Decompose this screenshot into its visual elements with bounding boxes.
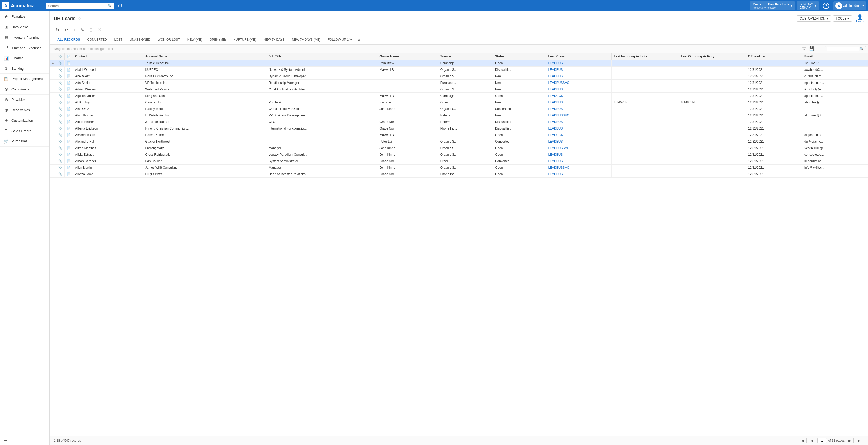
row-doc-icon[interactable]: 📄 [65,112,73,119]
lead-class-link[interactable]: LEADBUS [548,140,563,143]
row-lead-class[interactable]: LEADBUS [546,151,612,158]
row-lead-class[interactable]: LEADBUS [546,139,612,145]
row-clip-icon[interactable]: 📎 [56,171,65,178]
tab-new-me[interactable]: NEW (ME) [184,36,206,44]
row-lead-class[interactable]: LEADBUS [546,106,612,112]
app-logo[interactable]: A Acumatica [2,2,44,9]
filter-icon-btn[interactable]: ▽ [802,46,807,52]
filter-search-box[interactable]: 🔍 [825,46,866,52]
row-lead-class[interactable]: LEADBUS [546,158,612,165]
sidebar-item-banking[interactable]: $ Banking [0,63,49,73]
lead-class-link[interactable]: LEADBUS [548,127,563,130]
row-lead-class[interactable]: LEADBUS [546,67,612,73]
row-doc-icon[interactable]: 📄 [65,165,73,171]
row-doc-icon[interactable]: 📄 [65,93,73,99]
lead-class-link[interactable]: LEADBUS [548,172,563,176]
tab-converted[interactable]: CONVERTED [84,36,111,44]
lead-class-link[interactable]: LEADBUSSVC [548,81,569,85]
tab-new-7-days[interactable]: NEW 7+ DAYS [260,36,288,44]
row-doc-icon[interactable]: 📄 [65,99,73,106]
leads-quick-access[interactable]: 👤 Leads [856,14,864,23]
row-doc-icon[interactable]: 📄 [65,125,73,132]
row-doc-icon[interactable]: 📄 [65,119,73,125]
row-clip-icon[interactable]: 📎 [56,119,65,125]
lead-class-link[interactable]: LEADBUS [548,61,563,65]
search-box[interactable]: 🔍 [46,3,114,9]
add-button[interactable]: + [71,27,78,33]
col-email[interactable]: Email [802,53,868,60]
col-account-name[interactable]: Account Name [143,53,267,60]
col-last-outgoing[interactable]: Last Outgoing Activity [679,53,746,60]
row-lead-class[interactable]: LEADBUS [546,125,612,132]
col-job-title[interactable]: Job Title [267,53,377,60]
user-menu[interactable]: A admin admin ▾ [833,1,866,10]
row-clip-icon[interactable]: 📎 [56,158,65,165]
col-last-incoming[interactable]: Last Incoming Activity [612,53,679,60]
filter-search-input[interactable] [827,47,859,51]
row-doc-icon[interactable]: 📄 [65,73,73,80]
row-clip-icon[interactable]: 📎 [56,93,65,99]
sidebar-item-project-management[interactable]: 📋 Project Management [0,73,49,84]
refresh-button[interactable]: ↻ [54,26,61,33]
page-number-input[interactable] [817,438,827,443]
tools-button[interactable]: TOOLS ▾ [833,16,852,22]
row-clip-icon[interactable]: 📎 [56,145,65,151]
row-lead-class[interactable]: LEADBUS [546,99,612,106]
row-doc-icon[interactable]: 📄 [65,151,73,158]
sidebar-more[interactable]: ••• ‹ [0,436,49,445]
lead-class-link[interactable]: LEADBUS [548,100,563,104]
lead-class-link[interactable]: LEADBUSSVC [548,146,569,150]
tab-open-me[interactable]: OPEN (ME) [206,36,230,44]
sidebar-item-sales-orders[interactable]: 🗒 Sales Orders [0,126,49,136]
sidebar-item-customization[interactable]: ✦ Customization [0,115,49,126]
lead-class-link[interactable]: LEADBUS [548,88,563,91]
tab-nurture-me[interactable]: NURTURE (ME) [230,36,260,44]
row-clip-icon[interactable]: 📎 [56,132,65,139]
row-lead-class[interactable]: LEADBUS [546,73,612,80]
row-doc-icon[interactable]: 📄 [65,80,73,86]
row-lead-class[interactable]: LEADBUSSVC [546,80,612,86]
company-selector[interactable]: Revision Two Products Products Wholesale… [750,1,795,10]
row-clip-icon[interactable]: 📎 [56,86,65,93]
row-clip-icon[interactable]: 📎 [56,151,65,158]
row-doc-icon[interactable]: 📄 [65,67,73,73]
tab-unassigned[interactable]: UNASSIGNED [126,36,154,44]
tab-follow-up-14[interactable]: FOLLOW UP 14+ [324,36,356,44]
sidebar-item-time-expenses[interactable]: ⏱ Time and Expenses [0,43,49,53]
collapse-icon[interactable]: ‹ [44,439,46,442]
lead-class-link[interactable]: LEADBUS [548,120,563,124]
row-expand[interactable]: ▶ [50,60,56,67]
history-icon[interactable]: ⏱ [116,2,125,10]
lead-class-link[interactable]: LEADBUS [548,153,563,156]
col-crlead[interactable]: CRLead_ler [746,53,802,60]
row-doc-icon[interactable]: 📄 [65,158,73,165]
sidebar-item-payables[interactable]: ⊖ Payables [0,94,49,105]
lead-class-link[interactable]: LEADBUS [548,107,563,111]
lead-class-link[interactable]: LEADCON [548,133,563,137]
last-page-btn[interactable]: ▶| [855,438,864,443]
sidebar-item-data-views[interactable]: ⊞ Data Views [0,22,49,32]
row-doc-icon[interactable]: 📄 [65,145,73,151]
next-page-btn[interactable]: ▶ [846,438,854,443]
save-filter-btn[interactable]: 💾 [808,46,815,52]
sidebar-item-compliance[interactable]: ⊙ Compliance [0,84,49,94]
row-lead-class[interactable]: LEADBUS [546,86,612,93]
col-owner-name[interactable]: Owner Name [377,53,438,60]
row-clip-icon[interactable]: 📎 [56,99,65,106]
prev-page-btn[interactable]: ◀ [808,438,816,443]
tab-won-or-lost[interactable]: WON OR LOST [154,36,183,44]
edit-button[interactable]: ✎ [79,26,86,33]
help-button[interactable]: ? [821,2,831,10]
row-clip-icon[interactable]: 📎 [56,67,65,73]
col-lead-class[interactable]: Lead Class [546,53,612,60]
row-lead-class[interactable]: LEADCON [546,132,612,139]
row-clip-icon[interactable]: 📎 [56,106,65,112]
sidebar-item-inventory-planning[interactable]: ▦ Inventory Planning [0,32,49,43]
row-doc-icon[interactable]: 📄 [65,60,73,67]
sidebar-item-favorites[interactable]: ★ Favorites [0,11,49,22]
col-contact[interactable]: Contact [73,53,143,60]
row-clip-icon[interactable]: 📎 [56,60,65,67]
lead-class-link[interactable]: LEADCON [548,94,563,98]
row-lead-class[interactable]: LEADCON [546,93,612,99]
row-lead-class[interactable]: LEADBUSSVC [546,145,612,151]
